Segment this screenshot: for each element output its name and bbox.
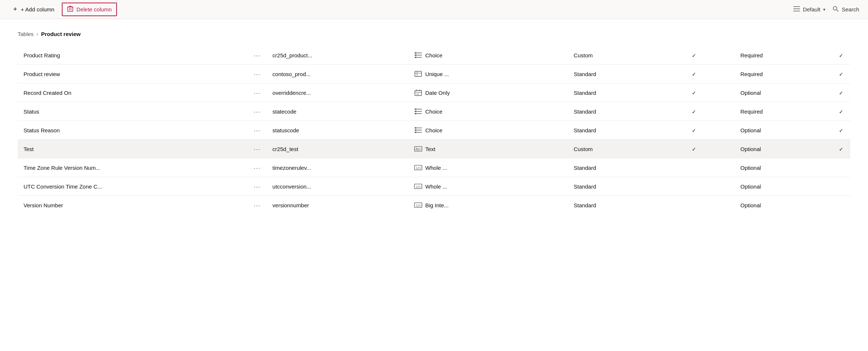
required-check-cell bbox=[832, 158, 850, 177]
column-type: Choice bbox=[408, 46, 568, 65]
table-row[interactable]: UTC Conversion Time Zone C... ··· utccon… bbox=[18, 177, 850, 196]
logical-name: cr25d_product... bbox=[267, 46, 408, 65]
spacer-cell bbox=[705, 102, 734, 121]
toolbar: + + Add column Delete column bbox=[0, 0, 868, 19]
column-custom: Standard bbox=[568, 177, 683, 196]
delete-icon bbox=[67, 6, 74, 13]
column-custom: Standard bbox=[568, 83, 683, 102]
svg-point-14 bbox=[415, 57, 416, 58]
column-custom: Custom bbox=[568, 140, 683, 158]
searchable-cell: ✓ bbox=[683, 46, 705, 65]
view-icon bbox=[793, 6, 800, 13]
table-row[interactable]: Record Created On ··· overriddencre... 2… bbox=[18, 83, 850, 102]
type-icon bbox=[414, 51, 422, 59]
column-type: 123 Big Inte... bbox=[408, 196, 568, 215]
searchable-checkmark: ✓ bbox=[692, 53, 696, 58]
svg-text:123: 123 bbox=[416, 204, 421, 207]
row-menu-dots[interactable]: ··· bbox=[248, 46, 267, 65]
required-check-cell: ✓ bbox=[832, 121, 850, 140]
logical-name: utcconversion... bbox=[267, 177, 408, 196]
type-icon: 21 bbox=[414, 89, 422, 97]
type-label: Text bbox=[425, 146, 435, 152]
breadcrumb-separator: › bbox=[36, 31, 38, 37]
svg-text:123: 123 bbox=[416, 166, 421, 170]
type-icon bbox=[414, 126, 422, 134]
spacer-cell bbox=[705, 140, 734, 158]
view-label: Default bbox=[803, 6, 821, 12]
logical-name: versionnumber bbox=[267, 196, 408, 215]
column-custom: Standard bbox=[568, 65, 683, 83]
column-type: Choice bbox=[408, 121, 568, 140]
required-checkmark: ✓ bbox=[839, 109, 843, 115]
column-name: Record Created On bbox=[18, 83, 248, 102]
svg-point-33 bbox=[415, 129, 416, 131]
spacer-cell bbox=[705, 196, 734, 215]
chevron-down-icon: ▾ bbox=[823, 7, 825, 12]
row-menu-dots[interactable]: ··· bbox=[248, 83, 267, 102]
search-button[interactable]: Search bbox=[833, 6, 859, 13]
searchable-checkmark: ✓ bbox=[692, 109, 696, 115]
column-custom: Standard bbox=[568, 102, 683, 121]
column-name: Status bbox=[18, 102, 248, 121]
required-checkmark: ✓ bbox=[839, 71, 843, 77]
row-menu-dots[interactable]: ··· bbox=[248, 102, 267, 121]
searchable-cell bbox=[683, 177, 705, 196]
svg-point-13 bbox=[415, 54, 416, 56]
add-column-button[interactable]: + + Add column bbox=[9, 3, 59, 15]
row-menu-dots[interactable]: ··· bbox=[248, 140, 267, 158]
breadcrumb-current: Product review bbox=[41, 31, 81, 37]
column-type: 123 Whole ... bbox=[408, 177, 568, 196]
table-row[interactable]: Version Number ··· versionnumber 123 Big… bbox=[18, 196, 850, 215]
plus-icon: + bbox=[13, 6, 17, 13]
type-icon: 123 bbox=[414, 182, 422, 190]
type-icon: 123 bbox=[414, 201, 422, 209]
columns-table: Product Rating ··· cr25d_product... Choi… bbox=[18, 46, 850, 214]
required-check-cell: ✓ bbox=[832, 83, 850, 102]
column-custom: Standard bbox=[568, 158, 683, 177]
spacer-cell bbox=[705, 65, 734, 83]
column-custom: Standard bbox=[568, 121, 683, 140]
delete-column-button[interactable]: Delete column bbox=[62, 3, 117, 16]
breadcrumb-tables-link[interactable]: Tables bbox=[18, 31, 33, 37]
required-label: Optional bbox=[734, 196, 832, 215]
svg-point-12 bbox=[415, 52, 416, 54]
column-type: Unique ... bbox=[408, 65, 568, 83]
type-label: Unique ... bbox=[425, 71, 449, 77]
searchable-checkmark: ✓ bbox=[692, 71, 696, 77]
table-row[interactable]: Product review ··· contoso_prod... Uniqu… bbox=[18, 65, 850, 83]
table-row[interactable]: Time Zone Rule Version Num... ··· timezo… bbox=[18, 158, 850, 177]
column-custom: Custom bbox=[568, 46, 683, 65]
searchable-cell bbox=[683, 196, 705, 215]
required-label: Optional bbox=[734, 177, 832, 196]
table-row[interactable]: Status Reason ··· statuscode Choice Stan… bbox=[18, 121, 850, 140]
type-label: Date Only bbox=[425, 90, 450, 96]
logical-name: statuscode bbox=[267, 121, 408, 140]
table-row[interactable]: Product Rating ··· cr25d_product... Choi… bbox=[18, 46, 850, 65]
delete-column-label: Delete column bbox=[77, 6, 112, 12]
column-name: Product Rating bbox=[18, 46, 248, 65]
type-icon: Abc bbox=[414, 145, 422, 153]
searchable-cell: ✓ bbox=[683, 83, 705, 102]
required-checkmark: ✓ bbox=[839, 53, 843, 58]
required-checkmark: ✓ bbox=[839, 90, 843, 96]
view-selector[interactable]: Default ▾ bbox=[793, 6, 826, 13]
searchable-cell: ✓ bbox=[683, 140, 705, 158]
svg-rect-15 bbox=[415, 71, 421, 76]
table-row[interactable]: Test ··· cr25d_test Abc Text Custom ✓ Op… bbox=[18, 140, 850, 158]
type-label: Whole ... bbox=[425, 165, 447, 171]
type-icon bbox=[414, 70, 422, 78]
svg-point-26 bbox=[415, 108, 416, 110]
row-menu-dots[interactable]: ··· bbox=[248, 65, 267, 83]
required-check-cell: ✓ bbox=[832, 65, 850, 83]
required-check-cell bbox=[832, 177, 850, 196]
row-menu-dots[interactable]: ··· bbox=[248, 121, 267, 140]
svg-point-28 bbox=[415, 113, 416, 114]
spacer-cell bbox=[705, 121, 734, 140]
table-row[interactable]: Status ··· statecode Choice Standard ✓ R… bbox=[18, 102, 850, 121]
row-menu-dots[interactable]: ··· bbox=[248, 158, 267, 177]
row-menu-dots[interactable]: ··· bbox=[248, 177, 267, 196]
svg-rect-0 bbox=[68, 7, 73, 11]
column-name: Test bbox=[18, 140, 248, 158]
row-menu-dots[interactable]: ··· bbox=[248, 196, 267, 215]
searchable-cell: ✓ bbox=[683, 65, 705, 83]
